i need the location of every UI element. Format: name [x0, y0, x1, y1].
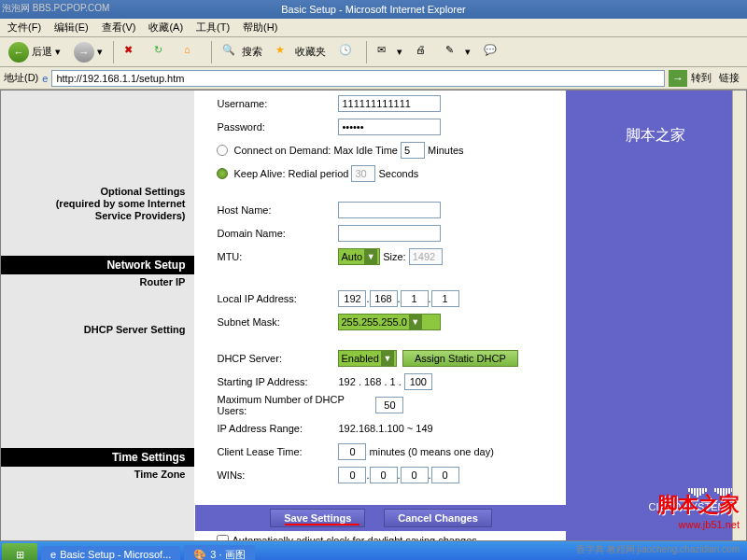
local-ip-label: Local IP Address:	[217, 293, 338, 304]
edit-icon: ✎	[445, 44, 462, 61]
separator	[113, 41, 114, 63]
history-button[interactable]: 🕓	[334, 41, 360, 63]
starting-ip-input[interactable]	[404, 373, 432, 390]
menu-help[interactable]: 帮助(H)	[243, 21, 277, 35]
search-icon: 🔍	[222, 44, 239, 61]
favorites-button[interactable]: ★收藏夹	[271, 41, 331, 63]
separator	[211, 41, 212, 63]
sidebar: Optional Settings(required by some Inter…	[1, 91, 194, 540]
router-ip-label: Router IP	[1, 274, 194, 290]
lip-b[interactable]	[370, 290, 398, 307]
menu-edit[interactable]: 编辑(E)	[54, 21, 89, 35]
paint-icon: 🎨	[193, 549, 206, 561]
username-label: Username:	[217, 98, 338, 109]
highlight-underline	[285, 524, 359, 525]
chevron-down-icon: ▼	[381, 351, 394, 366]
search-button[interactable]: 🔍搜索	[218, 41, 267, 63]
dhcp-setting-label: DHCP Server Setting	[1, 322, 194, 338]
brand-panel: 脚本之家 CISCO SYSTEMS	[566, 91, 747, 540]
wins-a[interactable]	[338, 467, 366, 483]
cod-input[interactable]	[401, 142, 425, 159]
wins-d[interactable]	[431, 467, 459, 483]
discuss-button[interactable]: 💬	[479, 41, 505, 63]
cancel-changes-button[interactable]: Cancel Changes	[384, 509, 492, 527]
watermark-attribution: 香字典 教程网 jiaocheng.chazidian.com	[576, 543, 740, 556]
assign-static-dhcp-button[interactable]: Assign Static DHCP	[402, 350, 518, 367]
stop-button[interactable]: ✖	[120, 41, 146, 63]
max-users-label: Maximum Number of DHCP Users:	[217, 394, 375, 416]
back-icon: ←	[8, 42, 29, 63]
max-users-input[interactable]	[375, 397, 403, 413]
chevron-down-icon: ▼	[364, 249, 377, 264]
menu-file[interactable]: 文件(F)	[7, 21, 41, 35]
forward-button[interactable]: →▾	[69, 39, 107, 65]
ie-icon: e	[42, 73, 48, 84]
keep-alive-radio[interactable]	[217, 168, 228, 179]
hostname-label: Host Name:	[217, 204, 338, 216]
home-icon: ⌂	[184, 44, 201, 61]
browser-viewport: Optional Settings(required by some Inter…	[0, 90, 747, 541]
back-button[interactable]: ←后退▾	[4, 39, 65, 65]
go-button[interactable]: →	[669, 70, 687, 87]
toolbar: ←后退▾ →▾ ✖ ↻ ⌂ 🔍搜索 ★收藏夹 🕓 ✉▾ 🖨 ✎▾ 💬	[0, 37, 747, 67]
stop-icon: ✖	[124, 44, 141, 61]
refresh-button[interactable]: ↻	[149, 41, 176, 63]
password-label: Password:	[217, 121, 338, 133]
mail-icon: ✉	[377, 44, 394, 61]
dst-checkbox[interactable]	[217, 535, 229, 542]
print-icon: 🖨	[416, 44, 432, 61]
password-input[interactable]	[338, 119, 441, 135]
lease-label: Client Lease Time:	[217, 446, 338, 457]
wins-c[interactable]	[401, 467, 429, 483]
subnet-select[interactable]: 255.255.255.0▼	[338, 314, 441, 330]
address-bar: 地址(D) e → 转到 链接	[0, 67, 747, 90]
button-bar: Save Settings Cancel Changes	[195, 505, 567, 531]
optional-settings-label: Optional Settings(required by some Inter…	[1, 184, 194, 224]
connect-on-demand-radio[interactable]	[217, 145, 228, 156]
menu-view[interactable]: 查看(V)	[102, 21, 136, 35]
ka-label: Keep Alive: Redial period	[233, 168, 348, 179]
watermark-bottom-right: 脚本之家 www.jb51.net	[657, 491, 740, 530]
refresh-icon: ↻	[154, 44, 171, 61]
taskbar-app1[interactable]: eBasic Setup - Microsof...	[41, 546, 180, 560]
main-form: Username: Password: Connect on Demand: M…	[194, 91, 565, 540]
username-input[interactable]	[338, 95, 441, 112]
domainname-label: Domain Name:	[217, 228, 338, 239]
print-button[interactable]: 🖨	[411, 41, 437, 63]
address-label: 地址(D)	[4, 71, 38, 85]
links-label[interactable]: 链接	[719, 71, 740, 85]
mtu-select[interactable]: Auto▼	[338, 248, 380, 265]
window-title: Basic Setup - Microsoft Internet Explore…	[281, 4, 465, 15]
home-button[interactable]: ⌂	[179, 41, 205, 63]
lip-a[interactable]	[338, 290, 366, 307]
address-input[interactable]	[51, 70, 665, 87]
router-page: Optional Settings(required by some Inter…	[1, 91, 746, 540]
mtu-size-input	[409, 248, 443, 265]
edit-button[interactable]: ✎▾	[441, 41, 475, 63]
lip-c[interactable]	[401, 290, 429, 307]
mail-button[interactable]: ✉▾	[373, 41, 407, 63]
start-button[interactable]: ⊞	[2, 543, 37, 560]
dhcp-server-label: DHCP Server:	[217, 353, 338, 364]
subnet-label: Subnet Mask:	[217, 316, 338, 328]
brand-text: 脚本之家	[566, 126, 747, 146]
windows-icon: ⊞	[16, 549, 24, 561]
watermark-top: 泡泡网 BBS.PCPOP.COM	[2, 2, 109, 15]
lease-input[interactable]	[338, 443, 366, 460]
menu-tools[interactable]: 工具(T)	[196, 21, 230, 35]
taskbar-app2[interactable]: 🎨3 · 画图	[184, 545, 254, 561]
wins-b[interactable]	[370, 467, 398, 483]
menubar: 文件(F) 编辑(E) 查看(V) 收藏(A) 工具(T) 帮助(H)	[0, 19, 747, 37]
lip-d[interactable]	[431, 290, 459, 307]
range-value: 192.168.1.100 ~ 149	[338, 423, 432, 434]
menu-favorites[interactable]: 收藏(A)	[148, 21, 183, 35]
range-label: IP Address Range:	[217, 423, 338, 434]
scrollbar[interactable]	[732, 91, 746, 540]
ka-input	[351, 165, 375, 182]
hostname-input[interactable]	[338, 202, 441, 218]
domainname-input[interactable]	[338, 225, 441, 242]
history-icon: 🕓	[339, 44, 356, 61]
go-label: 转到	[691, 71, 712, 85]
network-setup-header: Network Setup	[1, 256, 194, 274]
dhcp-select[interactable]: Enabled▼	[338, 350, 396, 367]
